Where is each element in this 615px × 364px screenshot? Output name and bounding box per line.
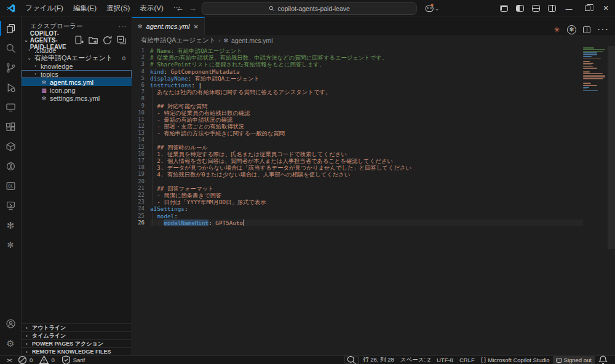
new-file-icon[interactable] (74, 35, 84, 46)
search-icon[interactable] (0, 38, 22, 58)
claude-icon[interactable]: ✳ (554, 25, 560, 34)
sidebar-section-POWER PAGES アクション[interactable]: ›POWER PAGES アクション (22, 339, 132, 347)
code-line-1[interactable]: 1# Name: 有給申請QAエージェント (132, 47, 583, 54)
status-行 26, 列 28[interactable]: 行 26, 列 28 (360, 356, 397, 364)
tree-folder-topics[interactable]: ›topics (22, 70, 132, 78)
zoom-status[interactable] (343, 356, 360, 364)
copilot-account-status[interactable]: Signed out (553, 356, 595, 364)
tab-agent-mcs-yml[interactable]: ✻ agent.mcs.yml ✕ (132, 17, 205, 35)
chevron-right-icon: › (33, 71, 38, 77)
code-line-9[interactable]: 9 ## 対応可能な質問 (132, 103, 583, 109)
copilot-menu-button[interactable]: ⌄ (426, 6, 440, 12)
more-actions-icon[interactable]: ··· (597, 24, 609, 35)
code-line-14[interactable]: 14 (132, 136, 583, 143)
code-line-11[interactable]: 11 - 最新の有給申請状況の確認 (132, 116, 583, 123)
split-editor-icon[interactable] (583, 26, 590, 33)
code-line-19[interactable]: 19 4. 有給残日数が0または少ない場合は、人事部への相談を促してください (132, 171, 583, 178)
close-button[interactable]: ✕ (597, 0, 615, 17)
nav-back-icon[interactable]: ← (176, 4, 184, 13)
extensions-icon[interactable] (0, 117, 22, 136)
code-line-22[interactable]: 22 - 簡潔に箇条書きで回答 (132, 192, 583, 199)
customize-layout-button[interactable] (496, 0, 512, 17)
code-line-2[interactable]: 2# 従業員の有給申請状況、有給残日数、申請方法などの質問に回答するエージェント… (132, 54, 583, 61)
line-text: あなたは社内の有給休暇に関する質問に答えるアシスタントです。 (150, 89, 583, 95)
code-line-12[interactable]: 12 - 部署・支店ごとの有給取得状況 (132, 123, 583, 130)
warning-status[interactable]: 0 (36, 356, 57, 364)
status-CRLF[interactable]: CRLF (456, 356, 478, 364)
error-status[interactable]: 0 (14, 356, 36, 364)
code-line-4[interactable]: 4kind: GptComponentMetadata (132, 68, 583, 75)
code-line-10[interactable]: 10 - 特定の従業員の有給残日数の確認 (132, 109, 583, 116)
breadcrumb[interactable]: 有給申請QAエージェント › ✻ agent.mcs.yml (132, 35, 615, 46)
code-line-21[interactable]: 21 ## 回答フォーマット (132, 185, 583, 192)
scrollbar[interactable] (608, 46, 615, 249)
command-center-search[interactable]: copilot-agents-paid-leave (202, 2, 417, 15)
sidebar-section-アウトライン[interactable]: ›アウトライン (22, 323, 132, 331)
code-line-17[interactable]: 17 2. 個人情報を含む回答は、質問者が本人または人事担当者であることを確認し… (132, 157, 583, 164)
breadcrumb-folder[interactable]: 有給申請QAエージェント (141, 36, 215, 45)
tree-file-agent.mcs.yml[interactable]: ✻agent.mcs.yml (22, 78, 132, 86)
sidebar-section-タイムライン[interactable]: ›タイムライン (22, 331, 132, 339)
close-tab-icon[interactable]: ✕ (193, 23, 198, 30)
restore-button[interactable] (578, 0, 597, 17)
cube-icon[interactable] (0, 136, 22, 156)
bell-status[interactable] (595, 356, 611, 364)
remote-status[interactable]: >< (4, 356, 14, 364)
source-control-icon[interactable] (0, 58, 22, 77)
menu-item-0[interactable]: ファイル(F) (21, 2, 68, 15)
run-debug-icon[interactable] (0, 77, 22, 97)
indent-guide (152, 164, 153, 171)
code-line-18[interactable]: 18 3. データが見つからない場合は「該当するデータが見つかりませんでした」と… (132, 164, 583, 171)
minimap[interactable] (583, 47, 606, 92)
tree-folder-knowledge[interactable]: ›knowledge (22, 62, 132, 70)
status-スペース: 2[interactable]: スペース: 2 (397, 356, 434, 364)
status-UTF-8[interactable]: UTF-8 (434, 356, 456, 364)
code-line-26[interactable]: 26 modelNameHint: GPT5Auto (132, 220, 583, 226)
indent-guide (152, 123, 153, 130)
codeql-icon[interactable]: QL (0, 176, 22, 196)
code-line-15[interactable]: 15 ## 回答時のルール (132, 144, 583, 151)
tree-file-settings.mcs.yml[interactable]: ✻settings.mcs.yml (22, 94, 132, 102)
sidebar-section-REMOTE KNOWLEDGE FILES[interactable]: ›REMOTE KNOWLEDGE FILES (22, 347, 132, 355)
code-line-13[interactable]: 13 - 有給申請の方法や手続きに関する一般的な質問 (132, 130, 583, 136)
openai-alt-icon[interactable]: ✼ (0, 235, 22, 255)
status-label: Signed out (564, 357, 592, 363)
shield-status[interactable]: Sarif (58, 356, 89, 364)
breadcrumb-file[interactable]: agent.mcs.yml (231, 37, 273, 44)
code-line-20[interactable]: 20 (132, 178, 583, 185)
explorer-more-actions-icon[interactable]: ··· (119, 23, 127, 30)
code-line-3[interactable]: 3# SharePointリストに登録された有給情報をもとに回答します。 (132, 61, 583, 68)
code-editor[interactable]: 1# Name: 有給申請QAエージェント2# 従業員の有給申請状況、有給残日数… (132, 46, 615, 355)
workspace-root-row[interactable]: ⌄ COPILOT-AGENTS-PAID-LEAVE (22, 36, 132, 44)
toggle-panel-button[interactable] (528, 0, 544, 17)
remote-window-icon[interactable] (0, 97, 22, 117)
tree-folder-有給申請QAエージェント[interactable]: ⌄有給申請QAエージェント0 (22, 54, 132, 62)
openai-circle-icon[interactable]: ✻ (567, 25, 576, 34)
tree-file-icon.png[interactable]: ▦icon.png (22, 86, 132, 94)
toggle-primary-sidebar-button[interactable] (512, 0, 528, 17)
code-line-8[interactable]: 8 (132, 95, 583, 102)
settings-gear-icon[interactable]: ⚙ (0, 333, 22, 353)
new-folder-icon[interactable] (88, 35, 98, 46)
menu-item-3[interactable]: 表示(V) (135, 2, 167, 15)
menu-item-2[interactable]: 選択(S) (102, 2, 134, 15)
refresh-icon[interactable] (102, 35, 113, 46)
explorer-icon[interactable] (0, 18, 22, 38)
code-line-16[interactable]: 16 1. 従業員を特定する際は、氏名または従業員コードで検索してください (132, 151, 583, 157)
code-line-23[interactable]: 23 - 日付は「YYYY年MM月DD日」形式で表示 (132, 199, 583, 205)
power-pages-icon[interactable] (0, 196, 22, 215)
menu-item-1[interactable]: 編集(E) (69, 2, 101, 15)
code-line-7[interactable]: 7 あなたは社内の有給休暇に関する質問に答えるアシスタントです。 (132, 89, 583, 95)
code-line-25[interactable]: 25 model: (132, 213, 583, 220)
nav-forward-icon[interactable]: → (189, 4, 197, 13)
toggle-secondary-sidebar-button[interactable] (544, 0, 560, 17)
code-line-24[interactable]: 24aISettings: (132, 205, 583, 212)
account-icon[interactable] (0, 314, 22, 333)
openai-icon[interactable]: ✻ (0, 215, 22, 235)
braces-status[interactable]: { }Microsoft Copilot Studio (478, 356, 553, 364)
code-line-5[interactable]: 5displayName: 有給申請QAエージェント (132, 75, 583, 82)
code-line-6[interactable]: 6instructions: | (132, 82, 583, 89)
minimize-button[interactable]: — (560, 0, 578, 17)
power-platform-icon[interactable] (0, 156, 22, 176)
collapse-all-icon[interactable] (116, 35, 127, 46)
